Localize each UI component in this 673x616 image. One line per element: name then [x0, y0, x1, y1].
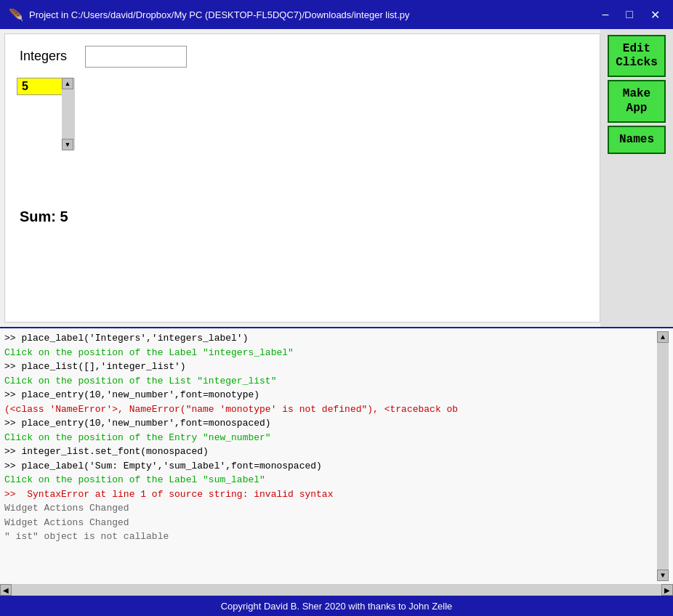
console-line: >> SyntaxError at line 1 of source strin…	[4, 487, 657, 502]
console-line: Widget Actions Changed	[4, 516, 657, 530]
app-icon: 🪶	[9, 8, 23, 22]
scroll-track	[62, 89, 75, 139]
console-area[interactable]: >> place_label('Integers','integers_labe…	[0, 327, 673, 584]
h-scroll-left-button[interactable]: ◀	[0, 584, 12, 596]
console-line: >> place_label('Integers','integers_labe…	[4, 331, 657, 346]
console-line: Click on the position of the Entry "new_…	[4, 431, 657, 445]
console-line: >> place_label('Sum: Empty','sum_label',…	[4, 459, 657, 474]
h-scroll-right-button[interactable]: ▶	[661, 584, 673, 596]
window-title: Project in C:/Users/david/Dropbox/My PC …	[29, 9, 597, 20]
window-controls: – □ ✕	[597, 7, 664, 23]
console-scroll-up[interactable]: ▲	[657, 331, 669, 343]
console-line: >> integer_list.set_font(monospaced)	[4, 445, 657, 459]
console-line: >> place_entry(10,'new_number',font=mono…	[4, 416, 657, 431]
canvas-area: Integers 5 ▲ ▼ Sum: 5 Edit Clicks Make A…	[0, 29, 673, 327]
sum-label: Sum: 5	[20, 208, 68, 225]
console-line: Click on the position of the List "integ…	[4, 374, 657, 389]
console-line: Widget Actions Changed	[4, 501, 657, 516]
console-line: " ist" object is not callable	[4, 530, 657, 544]
console-line: Click on the position of the Label "inte…	[4, 346, 657, 360]
integers-label: Integers	[20, 49, 67, 64]
listbox-scrollbar: ▲ ▼	[62, 78, 75, 150]
close-button[interactable]: ✕	[646, 7, 664, 23]
console-line: >> place_entry(10,'new_number',font=mono…	[4, 388, 657, 402]
edit-clicks-button[interactable]: Edit Clicks	[608, 35, 666, 77]
console-line: Click on the position of the Label "sum_…	[4, 473, 657, 487]
console-line: >> place_list([],'integer_list')	[4, 360, 657, 374]
console-line: (<class 'NameError'>, NameError("name 'm…	[4, 402, 657, 417]
console-scroll-down[interactable]: ▼	[657, 570, 669, 581]
right-sidebar: Edit Clicks Make App Names	[600, 29, 673, 327]
canvas-content: Integers 5 ▲ ▼ Sum: 5	[4, 33, 600, 323]
h-scroll-track	[12, 584, 661, 596]
title-bar: 🪶 Project in C:/Users/david/Dropbox/My P…	[0, 0, 673, 29]
console-scrollbar: ▲ ▼	[657, 331, 669, 581]
maximize-button[interactable]: □	[621, 7, 637, 23]
names-button[interactable]: Names	[608, 126, 666, 154]
console-text: >> place_label('Integers','integers_labe…	[4, 331, 657, 581]
make-app-button[interactable]: Make App	[608, 80, 666, 122]
footer-text: Copyright David B. Sher 2020 with thanks…	[221, 601, 453, 612]
new-number-entry[interactable]	[85, 46, 187, 68]
horizontal-scrollbar: ◀ ▶	[0, 584, 673, 596]
scroll-down-button[interactable]: ▼	[62, 139, 73, 150]
footer: Copyright David B. Sher 2020 with thanks…	[0, 596, 673, 616]
scroll-up-button[interactable]: ▲	[62, 78, 73, 89]
minimize-button[interactable]: –	[597, 7, 613, 23]
